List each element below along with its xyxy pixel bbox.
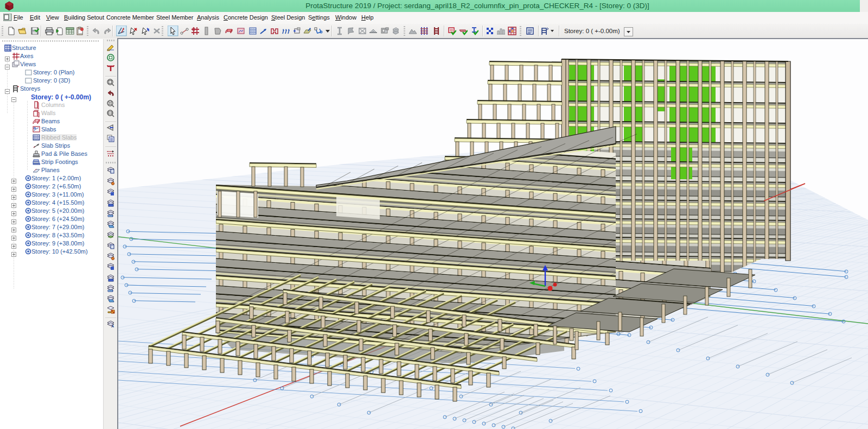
svg-text:A: A <box>111 324 114 328</box>
